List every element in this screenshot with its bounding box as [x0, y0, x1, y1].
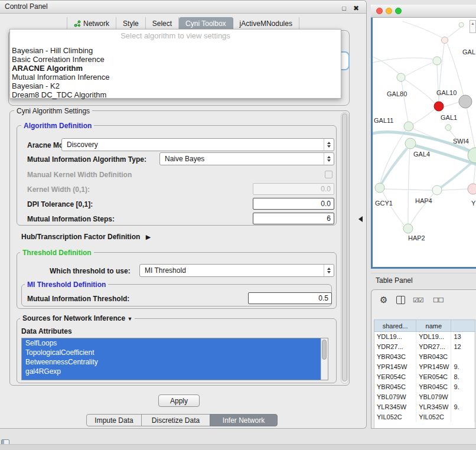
table-row[interactable]: YPR145W YPR145W 9. [374, 362, 475, 372]
dpi-tolerance-label: DPI Tolerance [0,1]: [27, 200, 93, 208]
select-all-checkboxes-icon[interactable]: ☑☑ [413, 296, 423, 304]
column-header-shared-name[interactable]: shared... [374, 320, 416, 331]
node-label: SWI4 [453, 138, 469, 145]
columns-icon[interactable] [396, 296, 405, 304]
settings-scrollbar-thumb[interactable] [342, 113, 347, 381]
tab-network-label: Network [83, 19, 109, 28]
dpi-tolerance-field[interactable]: 0.0 [253, 198, 334, 210]
close-window-icon[interactable]: ✖ [353, 2, 359, 15]
kernel-width-field[interactable]: 0.0 [253, 183, 334, 195]
data-attributes-label: Data Attributes [21, 327, 72, 335]
node-label: GCY1 [375, 200, 393, 207]
mi-threshold-group-title: MI Threshold Definition [25, 281, 108, 289]
aracne-mode-combobox[interactable]: Discovery [61, 138, 334, 151]
tab-select[interactable]: Select [146, 17, 179, 30]
which-threshold-combobox[interactable]: MI Threshold [139, 264, 334, 277]
node-label: Y [471, 200, 475, 207]
tab-network[interactable]: Network [67, 17, 116, 30]
tab-jactivemnodules[interactable]: jActiveMNodules [233, 17, 299, 30]
control-panel-tabbar: Network Style Select Cyni Toolbox jActiv… [0, 17, 366, 30]
table-body: YDL19... YDL19... 13 YDR27... YDR27... 1… [374, 332, 475, 429]
list-item-betweennesscentrality[interactable]: BetweennessCentrality [22, 357, 322, 367]
tab-style[interactable]: Style [116, 17, 146, 30]
list-scrollbar-thumb[interactable] [322, 340, 327, 360]
status-bar [0, 444, 476, 450]
tab-cyni-toolbox[interactable]: Cyni Toolbox [179, 17, 233, 30]
which-threshold-value: MI Threshold [140, 265, 324, 276]
network-view-window: GAL80 GAL10 GAL11 GAL1 SWI4 GAL4 GCY1 HA… [371, 5, 476, 269]
mi-threshold-field[interactable]: 0.5 [248, 292, 332, 304]
deselect-all-checkboxes-icon[interactable]: ☐☐ [433, 296, 444, 304]
node-label: GAL80 [387, 90, 407, 97]
list-item-selfloops[interactable]: SelfLoops [22, 338, 322, 348]
table-row[interactable]: YIL052C YIL052C [374, 412, 475, 422]
column-header-partial[interactable] [451, 320, 475, 331]
list-scrollbar[interactable] [321, 338, 328, 380]
panel-collapse-arrow[interactable] [358, 216, 363, 222]
dropdown-item-mutual-information[interactable]: Mutual Information Inference [12, 73, 109, 81]
dropdown-item-basic-correlation[interactable]: Basic Correlation Inference [12, 55, 105, 64]
data-attributes-list[interactable]: SelfLoops TopologicalCoefficient Between… [21, 338, 328, 380]
table-toolbar: ⚙ ☑☑ ☐☐ [371, 290, 476, 311]
aracne-mode-value: Discovery [62, 139, 324, 151]
chevron-down-icon: ▼ [127, 316, 132, 322]
table-row[interactable]: YBR045C YBR045C 9. [374, 382, 475, 392]
list-item-gal4rgexp[interactable]: gal4RGexp [22, 367, 322, 376]
list-item-partial[interactable] [22, 376, 322, 380]
control-panel-window: Control Panel □ ✖ Network Style Select C… [0, 0, 367, 429]
dropdown-item-bayesian-hill-climbing[interactable]: Bayesian - Hill Climbing [12, 46, 93, 55]
node-label: GAL10 [436, 89, 457, 96]
apply-button[interactable]: Apply [158, 394, 200, 407]
mi-type-combobox[interactable]: Naive Bayes [159, 152, 334, 165]
network-highlight-edges [373, 132, 476, 165]
manual-kernel-label: Manual Kernel Width Definition [27, 171, 132, 179]
combo-stepper-icon [324, 265, 334, 276]
hub-section-toggle[interactable]: Hub/Transcription Factor Definition ▶ [21, 233, 151, 241]
mi-type-label: Mutual Information Algorithm Type: [27, 155, 146, 164]
minimize-traffic-light[interactable] [386, 8, 392, 14]
table-row[interactable]: YLR345W YLR345W 9. [374, 402, 475, 412]
network-canvas[interactable]: GAL80 GAL10 GAL11 GAL1 SWI4 GAL4 GCY1 HA… [371, 18, 476, 269]
dropdown-item-bayesian-k2[interactable]: Bayesian - K2 [12, 81, 60, 90]
control-panel-titlebar[interactable]: Control Panel □ ✖ [0, 1, 366, 14]
node-label: HAP2 [408, 234, 425, 242]
table-row[interactable]: YBL079W YBL079W [374, 392, 475, 402]
column-header-name[interactable]: name [416, 320, 451, 331]
which-threshold-label: Which threshold to use: [50, 267, 131, 275]
zoom-traffic-light[interactable] [395, 8, 402, 14]
tab-impute-data[interactable]: Impute Data [86, 414, 142, 426]
node-label: GAL1 [441, 114, 457, 121]
cyni-settings-title: Cyni Algorithm Settings [14, 107, 92, 115]
list-item-topologicalcoefficient[interactable]: TopologicalCoefficient [22, 348, 322, 357]
mi-steps-label: Mutual Information Steps: [27, 215, 115, 223]
combo-stepper-icon [324, 153, 334, 165]
mi-threshold-label: Mutual Information Threshold: [27, 295, 129, 303]
gear-icon[interactable]: ⚙ [380, 295, 387, 305]
table-row[interactable]: YDL19... YDL19... 13 [374, 332, 475, 342]
algorithm-dropdown-popup: Select algorithm to view settings Bayesi… [9, 29, 341, 99]
algorithm-dropdown-placeholder: Select algorithm to view settings [10, 31, 341, 40]
settings-scrollbar[interactable] [341, 112, 348, 384]
table-header-row: shared... name [374, 319, 475, 332]
table-row[interactable]: YDR27... YDR27... 12 [374, 342, 475, 352]
float-window-icon[interactable]: □ [342, 2, 346, 15]
mi-steps-field[interactable]: 6 [253, 213, 334, 224]
kernel-width-label: Kernel Width (0,1): [27, 185, 90, 194]
tab-infer-network[interactable]: Infer Network [210, 414, 278, 426]
threshold-definition-title: Threshold Definition [20, 249, 94, 257]
manual-kernel-checkbox[interactable] [325, 171, 332, 178]
algorithm-definition-title: Algorithm Definition [21, 122, 94, 130]
table-panel-title: Table Panel [371, 273, 476, 287]
table-panel-window: ⚙ ☑☑ ☐☐ shared... name YDL19... YDL19...… [371, 289, 476, 429]
table-row[interactable]: YER054C YER054C 8. [374, 372, 475, 382]
network-window-titlebar[interactable] [371, 5, 476, 18]
table-row[interactable]: YBR043C YBR043C [374, 352, 475, 362]
control-panel-title: Control Panel [5, 2, 48, 11]
tab-discretize-data[interactable]: Discretize Data [141, 414, 210, 426]
dropdown-item-aracne[interactable]: ARACNE Algorithm [12, 64, 83, 73]
dropdown-item-dream8[interactable]: Dream8 DC_TDC Algorithm [12, 90, 106, 99]
close-traffic-light[interactable] [376, 8, 383, 14]
network-scrollbar[interactable]: ▲ [470, 20, 476, 33]
sources-section-toggle[interactable]: Sources for Network Inference ▼ [20, 314, 135, 322]
network-tab-icon [74, 20, 81, 27]
